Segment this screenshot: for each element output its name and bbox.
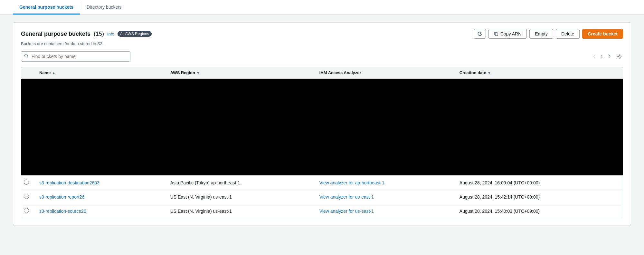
bucket-date-cell-3: August 28, 2024, 15:40:03 (UTC+09:00): [454, 204, 623, 218]
bucket-region-1: Asia Pacific (Tokyo) ap-northeast-1: [170, 180, 240, 185]
th-date[interactable]: Creation date ▼: [454, 67, 623, 79]
th-name-label: Name: [39, 70, 51, 75]
svg-rect-0: [495, 33, 498, 36]
row-select-cell: [21, 190, 34, 204]
th-region-label: AWS Region: [170, 70, 195, 75]
refresh-icon: [477, 31, 482, 36]
page-wrapper: General purpose buckets Directory bucket…: [0, 0, 644, 233]
search-row: 1: [21, 51, 623, 62]
th-iam-label: IAM Access Analyzer: [319, 70, 361, 75]
chevron-right-icon: [607, 54, 611, 59]
th-select: [21, 67, 34, 79]
tab-directory[interactable]: Directory buckets: [80, 0, 128, 15]
pagination-row: 1: [591, 53, 623, 60]
analyzer-link-3[interactable]: View analyzer for us-east-1: [319, 209, 374, 214]
bucket-name-cell-1: s3-replication-destination2603: [34, 176, 165, 190]
create-bucket-button[interactable]: Create bucket: [582, 29, 623, 39]
row-radio-3[interactable]: [24, 208, 29, 213]
empty-button[interactable]: Empty: [529, 29, 553, 39]
analyzer-link-1[interactable]: View analyzer for ap-northeast-1: [319, 180, 384, 185]
info-link[interactable]: Info: [107, 32, 114, 36]
region-badge: All AWS Regions: [118, 31, 152, 37]
copy-icon: [494, 32, 498, 36]
bucket-link-1[interactable]: s3-replication-destination2603: [39, 180, 99, 185]
panel-title: General purpose buckets: [21, 31, 90, 37]
bucket-link-3[interactable]: s3-replication-source26: [39, 209, 86, 214]
bucket-date-2: August 28, 2024, 15:42:14 (UTC+09:00): [459, 194, 540, 200]
sort-asc-icon: ▲: [52, 71, 55, 75]
row-radio-1[interactable]: [24, 180, 29, 185]
empty-label: Empty: [535, 31, 548, 36]
bucket-link-2[interactable]: s3-replication-report26: [39, 194, 84, 200]
table-row: s3-replication-destination2603 Asia Paci…: [21, 176, 623, 190]
bucket-name-cell-3: s3-replication-source26: [34, 204, 165, 218]
th-name[interactable]: Name ▲: [34, 67, 165, 79]
bucket-iam-cell-2: View analyzer for us-east-1: [314, 190, 454, 204]
delete-label: Delete: [561, 31, 574, 36]
panel-count: (15): [94, 31, 104, 37]
bucket-region-cell-3: US East (N. Virginia) us-east-1: [165, 204, 314, 218]
pagination-current: 1: [601, 54, 603, 59]
panel-subtitle: Buckets are containers for data stored i…: [21, 41, 623, 46]
bucket-iam-cell-3: View analyzer for us-east-1: [314, 204, 454, 218]
analyzer-link-2[interactable]: View analyzer for us-east-1: [319, 194, 374, 200]
panel-header: General purpose buckets (15) Info All AW…: [21, 29, 623, 39]
th-date-label: Creation date: [459, 70, 486, 75]
gear-icon: [617, 54, 622, 59]
tab-general-purpose[interactable]: General purpose buckets: [13, 0, 80, 15]
sort-date-icon: ▼: [488, 71, 491, 75]
main-panel: General purpose buckets (15) Info All AW…: [13, 22, 631, 225]
table-wrapper: Name ▲ AWS Region ▼: [21, 67, 623, 218]
panel-title-group: General purpose buckets (15) Info All AW…: [21, 31, 152, 37]
bucket-date-3: August 28, 2024, 15:40:03 (UTC+09:00): [459, 209, 540, 214]
panel-actions: Copy ARN Empty Delete Create bucket: [474, 29, 623, 39]
table-row: s3-replication-report26 US East (N. Virg…: [21, 190, 623, 204]
delete-button[interactable]: Delete: [556, 29, 580, 39]
buckets-table: Name ▲ AWS Region ▼: [21, 67, 623, 218]
th-iam: IAM Access Analyzer: [314, 67, 454, 79]
refresh-button[interactable]: [474, 29, 486, 39]
table-header-row: Name ▲ AWS Region ▼: [21, 67, 623, 79]
tabs-bar: General purpose buckets Directory bucket…: [0, 0, 644, 15]
bucket-date-1: August 28, 2024, 16:09:04 (UTC+09:00): [459, 180, 540, 185]
table-row: s3-replication-source26 US East (N. Virg…: [21, 204, 623, 218]
content-area: General purpose buckets (15) Info All AW…: [0, 15, 644, 233]
settings-button[interactable]: [615, 53, 623, 60]
bucket-name-cell-2: s3-replication-report26: [34, 190, 165, 204]
bucket-iam-cell-1: View analyzer for ap-northeast-1: [314, 176, 454, 190]
bucket-region-cell-2: US East (N. Virginia) us-east-1: [165, 190, 314, 204]
bucket-region-3: US East (N. Virginia) us-east-1: [170, 209, 232, 214]
copy-arn-button[interactable]: Copy ARN: [488, 29, 527, 39]
chevron-left-icon: [592, 54, 597, 59]
row-select-cell: [21, 176, 34, 190]
th-region[interactable]: AWS Region ▼: [165, 67, 314, 79]
pagination-next-button[interactable]: [606, 53, 613, 60]
sort-desc-icon: ▼: [196, 71, 200, 75]
bucket-date-cell-2: August 28, 2024, 15:42:14 (UTC+09:00): [454, 190, 623, 204]
svg-point-3: [619, 56, 620, 57]
row-radio-2[interactable]: [24, 194, 29, 199]
pagination-prev-button[interactable]: [591, 53, 598, 60]
search-input[interactable]: [21, 51, 130, 62]
search-wrapper: [21, 51, 130, 62]
create-bucket-label: Create bucket: [588, 31, 618, 36]
row-select-cell: [21, 204, 34, 218]
table-row-hidden: [21, 79, 623, 176]
bucket-region-2: US East (N. Virginia) us-east-1: [170, 194, 232, 200]
bucket-region-cell-1: Asia Pacific (Tokyo) ap-northeast-1: [165, 176, 314, 190]
redacted-content-block: [21, 79, 623, 175]
copy-arn-label: Copy ARN: [500, 31, 521, 36]
bucket-date-cell-1: August 28, 2024, 16:09:04 (UTC+09:00): [454, 176, 623, 190]
